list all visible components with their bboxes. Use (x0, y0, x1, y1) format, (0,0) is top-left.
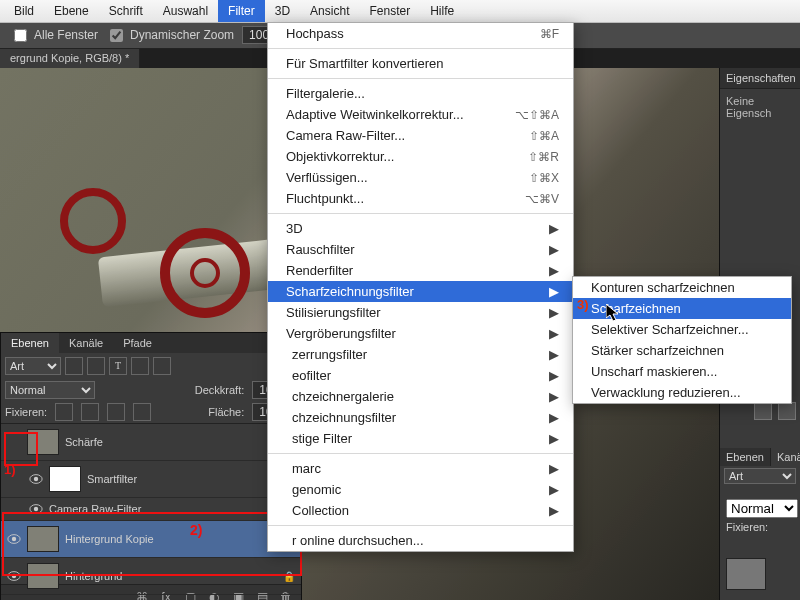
layer-row[interactable]: Hintergrund🔒 (1, 558, 301, 595)
tab-paths[interactable]: Pfade (113, 333, 162, 353)
properties-empty-text: Keine Eigensch (720, 89, 800, 125)
layer-name: Hintergrund (65, 570, 277, 582)
menubar: BildEbeneSchriftAuswahlFilter3DAnsichtFe… (0, 0, 800, 23)
svg-point-3 (34, 507, 38, 511)
layer-row[interactable]: Smartfilter (1, 461, 301, 498)
menu-item[interactable]: Für Smartfilter konvertieren (268, 53, 573, 74)
libraries-icon[interactable] (778, 402, 796, 420)
layer-name: Smartfilter (87, 473, 295, 485)
menu-item[interactable]: Stilisierungsfilter▶ (268, 302, 573, 323)
menu-item[interactable]: Verflüssigen...⇧⌘X (268, 167, 573, 188)
menu-item[interactable]: 3D▶ (268, 218, 573, 239)
all-windows-checkbox[interactable]: Alle Fenster (10, 26, 98, 45)
layer-thumbnail[interactable] (27, 563, 59, 589)
layer-thumbnail[interactable] (49, 466, 81, 492)
image-content (60, 188, 126, 254)
menu-item[interactable]: Hochpass⌘F (268, 23, 573, 44)
lock-icon: 🔒 (283, 571, 295, 582)
menu-ebene[interactable]: Ebene (44, 0, 99, 22)
filter-smart-icon[interactable] (153, 357, 171, 375)
annotation-label-2: 2) (190, 522, 202, 538)
filter-pixel-icon[interactable] (65, 357, 83, 375)
tab-layers[interactable]: Ebenen (720, 448, 771, 466)
submenu-item[interactable]: Stärker scharfzeichnen (573, 340, 791, 361)
menu-item[interactable]: Adaptive Weitwinkelkorrektur...⌥⇧⌘A (268, 104, 573, 125)
menu-item[interactable]: Collection▶ (268, 500, 573, 521)
blend-mode-select[interactable]: Normal (5, 381, 95, 399)
lock-image-icon[interactable] (81, 403, 99, 421)
menu-fenster[interactable]: Fenster (359, 0, 420, 22)
lock-transparent-icon[interactable] (55, 403, 73, 421)
menu-item[interactable]: eofilter▶ (268, 365, 573, 386)
submenu-item[interactable]: Unscharf maskieren... (573, 361, 791, 382)
menu-item[interactable]: Fluchtpunkt...⌥⌘V (268, 188, 573, 209)
submenu-item[interactable]: Scharfzeichnen (573, 298, 791, 319)
tab-layers[interactable]: Ebenen (1, 333, 59, 353)
menu-auswahl[interactable]: Auswahl (153, 0, 218, 22)
layer-thumbnail[interactable] (27, 526, 59, 552)
adjustments-icon[interactable] (754, 402, 772, 420)
annotation-label-3: 3) (577, 297, 589, 312)
layer-list: Schärfe◎SmartfilterCamera Raw-FilterHint… (1, 423, 301, 584)
menu-item[interactable]: genomic▶ (268, 479, 573, 500)
lock-all-icon[interactable] (133, 403, 151, 421)
document-tab[interactable]: ergrund Kopie, RGB/8) * (0, 48, 140, 69)
lock-label: Fixieren: (5, 406, 47, 418)
menu-item[interactable]: Camera Raw-Filter...⇧⌘A (268, 125, 573, 146)
layer-name: Hintergrund Kopie (65, 533, 295, 545)
visibility-icon[interactable] (7, 436, 21, 448)
layer-kind-select[interactable]: Art (724, 468, 796, 484)
svg-point-7 (12, 574, 16, 578)
layer-thumbnail[interactable] (726, 558, 766, 590)
menu-item[interactable]: chzeichnergalerie▶ (268, 386, 573, 407)
submenu-item[interactable]: Selektiver Scharfzeichner... (573, 319, 791, 340)
submenu-item[interactable]: Verwacklung reduzieren... (573, 382, 791, 403)
filter-type-icon[interactable]: T (109, 357, 127, 375)
menu-item[interactable]: marc▶ (268, 458, 573, 479)
menu-item[interactable]: Filtergalerie... (268, 83, 573, 104)
visibility-icon[interactable] (7, 533, 21, 545)
menu-item[interactable]: chzeichnungsfilter▶ (268, 407, 573, 428)
annotation-label-1: 1) (4, 462, 16, 477)
visibility-icon[interactable] (29, 503, 43, 515)
menu-item[interactable]: Renderfilter▶ (268, 260, 573, 281)
menu-3d[interactable]: 3D (265, 0, 300, 22)
menu-filter[interactable]: Filter (218, 0, 265, 22)
svg-point-1 (34, 477, 38, 481)
menu-bild[interactable]: Bild (4, 0, 44, 22)
fill-label: Fläche: (208, 406, 244, 418)
lock-position-icon[interactable] (107, 403, 125, 421)
menu-ansicht[interactable]: Ansicht (300, 0, 359, 22)
properties-panel-title: Eigenschaften (720, 68, 800, 89)
menu-item[interactable]: r online durchsuchen... (268, 530, 573, 551)
layer-thumbnail[interactable] (27, 429, 59, 455)
menu-item[interactable]: Rauschfilter▶ (268, 239, 573, 260)
visibility-icon[interactable] (29, 473, 43, 485)
layer-row[interactable]: Camera Raw-Filter (1, 498, 301, 521)
menu-item[interactable]: stige Filter▶ (268, 428, 573, 449)
filter-shape-icon[interactable] (131, 357, 149, 375)
layer-row[interactable]: Hintergrund Kopie (1, 521, 301, 558)
menu-item[interactable]: Objektivkorrektur...⇧⌘R (268, 146, 573, 167)
opacity-label: Deckkraft: (195, 384, 245, 396)
menu-hilfe[interactable]: Hilfe (420, 0, 464, 22)
menu-item[interactable]: zerrungsfilter▶ (268, 344, 573, 365)
layer-name: Camera Raw-Filter (49, 503, 295, 515)
submenu-item[interactable]: Konturen scharfzeichnen (573, 277, 791, 298)
visibility-icon[interactable] (7, 570, 21, 582)
lock-label: Fixieren: (720, 518, 800, 536)
layer-name: Schärfe (65, 436, 279, 448)
layer-kind-select[interactable]: Art (5, 357, 61, 375)
dynamic-zoom-checkbox[interactable]: Dynamischer Zoom (106, 26, 234, 45)
menu-item[interactable]: Scharfzeichnungsfilter▶ (268, 281, 573, 302)
blend-mode-select[interactable]: Normal (726, 499, 798, 518)
menu-schrift[interactable]: Schrift (99, 0, 153, 22)
layer-row[interactable]: Schärfe◎ (1, 424, 301, 461)
menu-item[interactable]: Vergröberungsfilter▶ (268, 323, 573, 344)
tab-channels[interactable]: Kanäle (59, 333, 113, 353)
filter-adjust-icon[interactable] (87, 357, 105, 375)
tab-channels[interactable]: Kanä (771, 448, 800, 466)
filter-menu: Hochpass⌘FFür Smartfilter konvertierenFi… (267, 22, 574, 552)
svg-point-5 (12, 537, 16, 541)
image-content (160, 228, 250, 318)
